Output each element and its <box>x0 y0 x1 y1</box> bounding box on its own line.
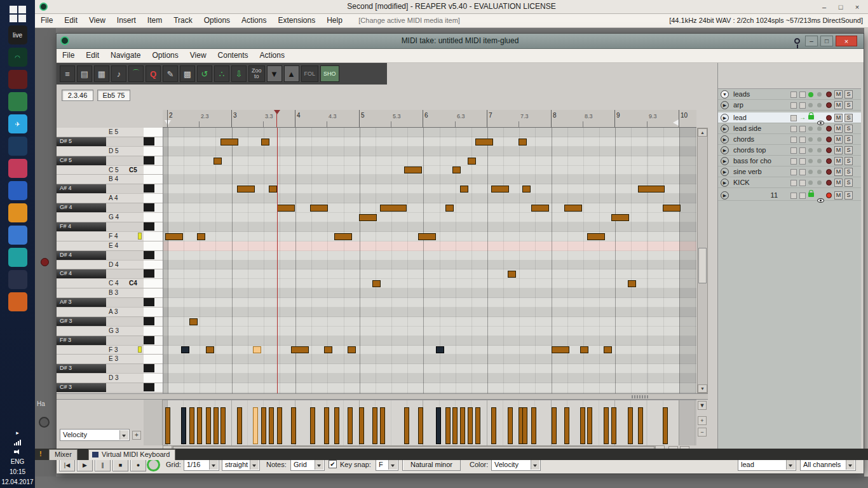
lane-zoom-in-button[interactable]: + <box>698 416 707 425</box>
volume-speaker-icon[interactable] <box>14 449 22 455</box>
midi-note-Gs4[interactable] <box>310 205 328 212</box>
velocity-bar[interactable] <box>237 407 242 444</box>
piano-key-D3[interactable]: D 3 <box>57 374 163 383</box>
solo-button[interactable]: S <box>844 101 853 109</box>
piano-key-Cs4[interactable]: C# 4 <box>57 269 163 279</box>
midi-note-F3[interactable] <box>552 346 569 353</box>
main-menu-file[interactable]: File <box>35 14 58 28</box>
velocity-bar[interactable] <box>580 407 585 444</box>
velocity-bar[interactable] <box>348 407 353 444</box>
piano-key-B4[interactable]: B 4 <box>57 175 163 184</box>
piano-key-A3[interactable]: A 3 <box>57 308 163 317</box>
velocity-bar[interactable] <box>372 407 377 444</box>
solo-button[interactable]: S <box>844 114 853 122</box>
scale-type-button[interactable]: Natural minor <box>402 459 461 471</box>
track-play-icon[interactable]: ▶ <box>721 135 729 144</box>
record-arm-button[interactable] <box>826 193 832 198</box>
swing-mode-dropdown[interactable]: straight <box>222 459 260 471</box>
record-arm-button[interactable] <box>826 137 832 142</box>
piano-key-F4[interactable]: F 4 <box>57 232 163 241</box>
io-button[interactable] <box>790 158 797 165</box>
mute-button[interactable]: M <box>834 168 843 176</box>
main-menu-view[interactable]: View <box>83 14 111 28</box>
mute-button[interactable]: M <box>834 191 843 200</box>
midi-note-F4[interactable] <box>165 233 183 240</box>
main-menu-options[interactable]: Options <box>198 14 236 28</box>
app-icon-1[interactable] <box>8 70 27 89</box>
minimize-button[interactable]: – <box>805 36 818 46</box>
midi-note-Gs4[interactable] <box>531 205 549 212</box>
piano-key-D5[interactable]: D 5 <box>57 147 163 156</box>
midi-note-F3[interactable] <box>604 346 612 353</box>
scale-root-dropdown[interactable]: F <box>376 459 398 471</box>
indicator-dot[interactable] <box>817 103 822 107</box>
track-play-icon[interactable]: ▶ <box>721 179 729 187</box>
velocity-bar[interactable] <box>491 407 496 444</box>
io-button[interactable] <box>799 126 806 132</box>
solo-button[interactable]: S <box>844 135 853 144</box>
main-menu-extensions[interactable]: Extensions <box>272 14 321 28</box>
track-row-11[interactable]: ▶11MS <box>718 190 861 201</box>
midi-menu-file[interactable]: File <box>57 49 80 63</box>
zoom-to-content-button[interactable]: Zoo to <box>248 65 265 82</box>
snap-toggle-button[interactable]: ⌒ <box>128 65 144 82</box>
timeline-ruler[interactable]: 22.333.344.355.366.377.388.399.310 <box>163 110 696 128</box>
track-row-chords-top[interactable]: ▶chords topMS <box>718 145 861 156</box>
play-button[interactable]: ▶ <box>77 458 93 471</box>
app-icon-7[interactable] <box>8 226 27 245</box>
midi-note-As4[interactable] <box>522 186 531 193</box>
clock-time[interactable]: 10:15 <box>10 468 25 475</box>
loop-end-marker[interactable] <box>673 119 679 126</box>
piano-roll-view-button[interactable]: ▤ <box>77 65 92 82</box>
main-menu-edit[interactable]: Edit <box>58 14 83 28</box>
note-length-dropdown[interactable]: Grid <box>290 459 325 471</box>
mute-button[interactable]: M <box>834 179 843 187</box>
midi-note-C4[interactable] <box>628 280 636 287</box>
solo-button[interactable]: S <box>844 168 853 176</box>
app-icon-4[interactable] <box>8 159 27 178</box>
midi-note-Ds5[interactable] <box>475 139 493 146</box>
midi-note-As4[interactable] <box>237 186 255 193</box>
io-button[interactable] <box>799 158 806 165</box>
volume-knob[interactable] <box>39 417 50 428</box>
velocity-bar[interactable] <box>611 407 616 444</box>
scroll-up-button[interactable]: ▲ <box>698 128 707 137</box>
app-icon-6[interactable] <box>8 203 27 222</box>
midi-note-F4[interactable] <box>418 233 436 240</box>
piano-key-Fs3[interactable]: F# 3 <box>57 336 163 346</box>
midi-note-Ds5[interactable] <box>261 139 269 146</box>
io-button[interactable] <box>799 92 806 98</box>
track-play-icon[interactable]: ▶ <box>721 101 729 109</box>
mute-button[interactable]: M <box>834 135 843 144</box>
lane-zoom-out-button[interactable]: − <box>698 428 707 437</box>
playhead-marker-icon[interactable] <box>274 110 280 114</box>
velocity-bar[interactable] <box>587 407 592 444</box>
piano-key-As3[interactable]: A# 3 <box>57 298 163 308</box>
velocity-bar[interactable] <box>291 407 296 444</box>
import-notes-button[interactable]: ⇩ <box>231 65 247 82</box>
midi-note-Gs4[interactable] <box>380 205 407 212</box>
midi-note-C4[interactable] <box>372 280 381 287</box>
go-to-start-button[interactable]: |◀ <box>59 458 75 471</box>
velocity-bar[interactable] <box>181 407 186 444</box>
midi-note-F3[interactable] <box>436 346 444 353</box>
record-arm-button[interactable] <box>826 102 832 108</box>
mute-button[interactable]: M <box>834 125 843 133</box>
grid-settings-button[interactable]: ▩ <box>180 65 195 82</box>
transpose-up-button[interactable]: ▲ <box>284 65 299 82</box>
tab-virtual-midi-keyboard[interactable]: Virtual MIDI Keyboard <box>88 449 175 460</box>
indicator-dot[interactable] <box>808 170 813 174</box>
velocity-lane[interactable] <box>163 400 696 445</box>
notation-view-button[interactable]: ♪ <box>111 65 126 82</box>
piano-key-Ds3[interactable]: D# 3 <box>57 364 163 374</box>
lock-icon[interactable] <box>808 115 814 119</box>
piano-key-Cs3[interactable]: C# 3 <box>57 383 163 393</box>
main-menu-track[interactable]: Track <box>168 14 198 28</box>
app-icon-2[interactable] <box>8 92 27 111</box>
velocity-bar[interactable] <box>460 407 465 444</box>
add-cc-lane-button[interactable]: + <box>132 431 141 440</box>
midi-menu-edit[interactable]: Edit <box>80 49 105 63</box>
piano-keyboard[interactable]: E 5D# 5D 5C# 5C 5C5B 4A# 4A 4G# 4G 4F# 4… <box>57 128 163 393</box>
mute-button[interactable]: M <box>834 157 843 165</box>
close-button[interactable]: × <box>849 0 865 13</box>
